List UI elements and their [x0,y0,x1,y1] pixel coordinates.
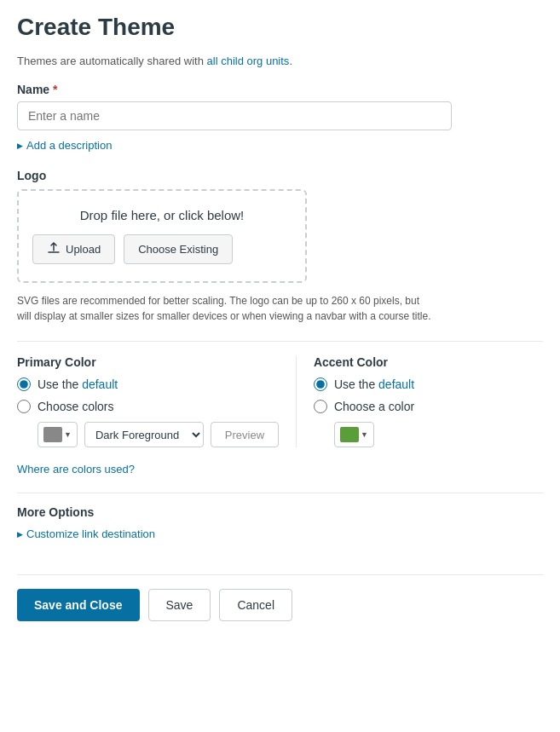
upload-icon [47,241,61,257]
info-text: Themes are automatically shared with all… [17,55,543,67]
primary-color-title: Primary Color [17,355,279,369]
primary-choose-colors-label[interactable]: Choose colors [38,400,114,413]
page-title: Create Theme [17,14,543,41]
logo-hint: SVG files are recommended for better sca… [17,293,435,324]
primary-use-default-row: Use the default [17,378,279,391]
colors-section: Primary Color Use the default Choose col… [17,341,543,447]
primary-choose-colors-radio[interactable] [17,400,31,413]
foreground-select[interactable]: Dark Foreground Light Foreground [84,422,204,447]
logo-section: Logo Drop file here, or click below! Upl… [17,169,543,324]
accent-color-swatch [340,427,359,442]
upload-button[interactable]: Upload [32,234,115,264]
name-input[interactable] [17,101,452,130]
logo-label: Logo [17,169,543,182]
primary-use-default-label[interactable]: Use the default [38,378,118,391]
more-options-title: More Options [17,505,543,519]
primary-swatch-dropdown-icon: ▼ [64,430,72,439]
primary-choose-colors-row: Choose colors [17,400,279,413]
primary-color-column: Primary Color Use the default Choose col… [17,355,296,447]
primary-color-controls: ▼ Dark Foreground Light Foreground Previ… [17,422,279,447]
required-marker: * [53,83,57,96]
cancel-button[interactable]: Cancel [219,589,292,621]
name-section: Name * Add a description [17,83,543,152]
primary-use-default-radio[interactable] [17,378,31,391]
accent-choose-color-radio[interactable] [314,400,327,413]
all-child-org-link[interactable]: all child org units [207,55,290,67]
name-label: Name * [17,83,543,96]
page-container: Create Theme Themes are automatically sh… [0,0,560,638]
customize-link-destination[interactable]: Customize link destination [17,527,543,540]
drop-zone-buttons: Upload Choose Existing [32,234,292,264]
drop-zone-text: Drop file here, or click below! [32,208,292,222]
accent-use-default-row: Use the default [314,378,543,391]
more-options-section: More Options Customize link destination [17,493,543,540]
primary-color-swatch-button[interactable]: ▼ [38,422,78,447]
accent-color-title: Accent Color [314,355,543,369]
accent-use-default-label[interactable]: Use the default [334,378,414,391]
accent-color-swatch-button[interactable]: ▼ [334,422,374,447]
primary-color-swatch [43,427,62,442]
footer-buttons: Save and Close Save Cancel [17,574,543,621]
save-close-button[interactable]: Save and Close [17,589,140,621]
preview-box: Preview [211,422,279,447]
add-description-link[interactable]: Add a description [17,139,543,152]
drop-zone: Drop file here, or click below! Upload C… [17,189,307,283]
accent-color-column: Accent Color Use the default Choose a co… [296,355,543,447]
primary-default-link[interactable]: default [82,378,118,391]
accent-swatch-dropdown-icon: ▼ [361,430,368,439]
accent-choose-color-row: Choose a color [314,400,543,413]
accent-color-controls: ▼ [314,422,543,447]
accent-choose-color-label[interactable]: Choose a color [334,400,414,413]
save-button[interactable]: Save [148,589,211,621]
choose-existing-button[interactable]: Choose Existing [124,234,233,264]
where-colors-link[interactable]: Where are colors used? [17,463,543,476]
accent-default-link[interactable]: default [378,378,414,391]
accent-use-default-radio[interactable] [314,378,327,391]
